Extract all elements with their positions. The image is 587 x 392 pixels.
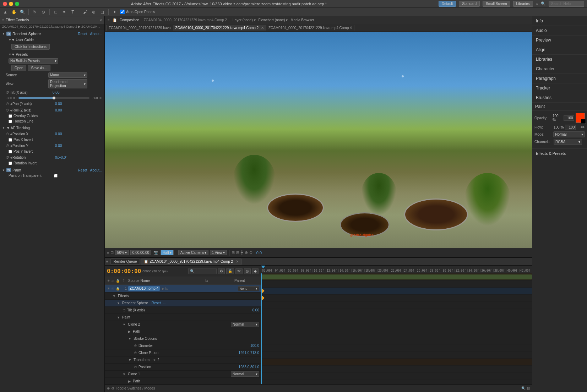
tl-markers-btn[interactable]: ◆	[252, 268, 259, 274]
tl-options-btn[interactable]: ⚙	[218, 268, 225, 274]
roll-keyframe-prev[interactable]: ◂	[10, 108, 12, 112]
pen-tool-icon[interactable]: ✒	[61, 9, 67, 15]
flow-percent[interactable]: 100 %	[554, 125, 564, 129]
clone1-track-row[interactable]	[261, 359, 532, 366]
timeline-panel-menu-icon[interactable]: ≡	[106, 260, 108, 263]
paint-brush-icon[interactable]: 🖌	[82, 9, 88, 15]
eraser-icon[interactable]: ◻	[99, 9, 105, 15]
safe-frame-icon[interactable]: ⊞	[232, 250, 235, 255]
tilt-slider-track[interactable]	[18, 97, 89, 99]
timeline-comp-close-icon[interactable]: ✕	[236, 260, 239, 263]
tilt-track-row[interactable]	[261, 295, 532, 302]
comp-tab-1[interactable]: ZCAM0104_0000_201704221229.kava.mp4 Comp…	[173, 25, 266, 31]
layer-1-parent-dropdown[interactable]: None ▾	[238, 286, 259, 291]
preview-panel-item[interactable]: Preview	[532, 36, 587, 45]
time-ruler[interactable]: 02:00f 04:00f 06:00f 08:00f 10:00f 12:00…	[261, 266, 532, 273]
flow-input[interactable]	[565, 125, 576, 130]
timecode-display[interactable]: 0:00:00:00	[130, 250, 151, 255]
reorient-tl-about-btn[interactable]: ...	[163, 301, 166, 305]
comp-tab-1-close-icon[interactable]: ✕	[261, 26, 264, 30]
puppet-tool-icon[interactable]: ✦	[112, 9, 118, 15]
clone1-row[interactable]: ▼ Clone 1 Normal ▾	[105, 371, 261, 378]
clone2-mode-dropdown[interactable]: Normal ▾	[231, 322, 259, 327]
background-color-swatch[interactable]	[581, 119, 586, 124]
transform2-triangle-icon[interactable]: ▼	[128, 358, 131, 362]
clone2-pos-stopwatch-icon[interactable]: ⏱	[134, 351, 137, 355]
libraries-btn[interactable]: Libraries	[513, 1, 533, 7]
clone2-diameter-row[interactable]: ⏱ Diameter 100.0	[105, 342, 261, 349]
view-count-btn[interactable]: 1 View ▾	[210, 250, 227, 255]
guides-icon[interactable]: ╋	[241, 250, 243, 255]
tl-fit-icon[interactable]: ⊡	[527, 386, 530, 390]
paint-track-row[interactable]	[261, 302, 532, 309]
effects-track-row[interactable]	[261, 281, 532, 288]
clone2-diameter-track-row[interactable]	[261, 330, 532, 337]
layer-1-track[interactable]	[261, 273, 532, 281]
tl-settings-icon[interactable]: ⚙	[111, 386, 114, 390]
rotation-stopwatch-icon[interactable]: ⏱	[6, 156, 9, 159]
info-panel-item[interactable]: Info	[532, 16, 587, 26]
reorient-tl-triangle-icon[interactable]: ▼	[117, 301, 120, 305]
rotation-prev[interactable]: ◂	[10, 156, 12, 159]
paint-on-transparent-checkbox[interactable]	[54, 174, 58, 178]
comp-panel-menu-icon[interactable]: ≡	[108, 18, 110, 22]
tilt-tl-value[interactable]: 0.00	[252, 308, 259, 312]
timeline-comp-tab[interactable]: 📋 ZCAM0104_0000_201704221229.kava.mp4 Co…	[141, 258, 242, 265]
rotation-invert-checkbox[interactable]	[9, 162, 12, 165]
pos-y-stopwatch-icon[interactable]: ⏱	[6, 144, 9, 148]
camera-icon[interactable]: 📷	[153, 250, 158, 255]
libraries-panel-item[interactable]: Libraries	[532, 55, 587, 64]
mode-dropdown[interactable]: Normal ▾	[553, 131, 585, 137]
grid-icon[interactable]: ⊟	[236, 250, 239, 255]
comp-tab-2[interactable]: ZCAM0104_0000_201704221229.kava.mp4 Comp…	[266, 25, 354, 31]
diameter-value[interactable]: 100.0	[250, 344, 259, 348]
presets-header-row[interactable]: ▼ ▼ Presets	[3, 51, 104, 58]
timeline-timecode-display[interactable]: 0:00:00:00	[107, 268, 141, 274]
opacity-input[interactable]	[564, 115, 574, 121]
clone2-track-row[interactable]	[261, 309, 532, 316]
close-button[interactable]	[3, 2, 7, 6]
tl-lock-btn[interactable]: 🔒	[226, 268, 234, 274]
panel-menu-icon[interactable]: ≡	[2, 18, 4, 22]
layer-1-expand-icon[interactable]: ▶	[162, 287, 164, 290]
paint-collapse-icon[interactable]: —	[581, 105, 584, 109]
clone2-stroke-options-row[interactable]: ▼ Stroke Options	[105, 335, 261, 342]
stroke-options-triangle-icon[interactable]: ▼	[128, 337, 131, 341]
comp-tab-0[interactable]: ZCAM0104_0000_201704221229.kava	[106, 25, 173, 31]
paint-reset-btn[interactable]: Reset	[78, 168, 87, 172]
pos-x-prev[interactable]: ◂	[10, 132, 12, 136]
clone1-path-triangle-icon[interactable]: ▶	[128, 380, 131, 383]
transform2-track-row[interactable]	[261, 344, 532, 352]
zoom-dropdown-btn[interactable]: 50% ▾	[115, 250, 129, 255]
minimize-button[interactable]	[9, 2, 13, 6]
brushes-panel-item[interactable]: Brushes	[532, 93, 587, 103]
horizon-line-checkbox[interactable]	[9, 120, 12, 123]
exposure-icon[interactable]: ⊙	[249, 250, 252, 255]
channels-dropdown[interactable]: RGBA ▾	[554, 139, 582, 145]
pos-y-prev[interactable]: ◂	[10, 144, 12, 148]
overlay-guides-checkbox[interactable]	[9, 114, 12, 118]
pos-x-value[interactable]: 0.00	[55, 132, 62, 136]
diameter-stopwatch-icon[interactable]: ⏱	[134, 344, 137, 348]
clone2-cpos-track-row[interactable]	[261, 337, 532, 344]
zoom-tool-icon[interactable]: 🔍	[19, 9, 26, 15]
quality-indicator[interactable]: Half ▾	[161, 250, 174, 255]
align-panel-item[interactable]: Align	[532, 45, 587, 55]
tilt-tl-stopwatch-icon[interactable]: ⏱	[123, 309, 126, 312]
layer-1-row[interactable]: 👁 ◎ 🔒 1 ZCAM010...omp 4 ▶ fx None ▾	[105, 285, 261, 293]
tl-zoom-in-icon[interactable]: 🔍	[521, 386, 526, 390]
clone1-stroke-track-row[interactable]	[261, 373, 532, 380]
clone1-triangle-icon[interactable]: ▼	[123, 372, 126, 376]
clone1-path-track-row[interactable]	[261, 366, 532, 373]
clone1-diameter-track-row[interactable]	[261, 380, 532, 384]
reorient-sphere-timeline-row[interactable]: ▼ Reorient Sphere Reset ...	[105, 300, 261, 307]
pos-y-value[interactable]: 0.00	[55, 144, 62, 148]
paint-section-header[interactable]: ▼ fx Paint Reset About...	[0, 167, 104, 173]
effects-triangle-icon[interactable]: ▼	[113, 294, 116, 298]
opacity-percent[interactable]: 100 %	[553, 114, 562, 122]
audio-panel-item[interactable]: Audio	[532, 26, 587, 36]
paint-tl-row[interactable]: ▼ Paint	[105, 314, 261, 321]
media-browser-btn[interactable]: Media Browser	[290, 18, 314, 22]
workspace-standard-btn[interactable]: Standard	[459, 1, 480, 7]
user-guide-header-row[interactable]: ▼ ▼ User Guide	[3, 37, 104, 43]
